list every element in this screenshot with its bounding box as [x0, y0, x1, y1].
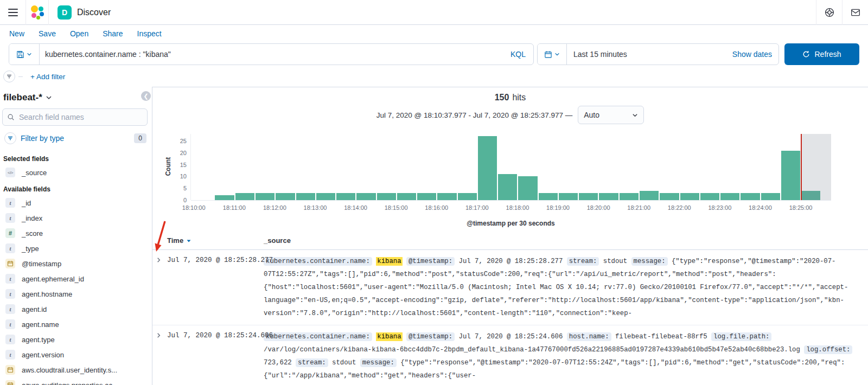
- row-source: kubernetes.container.name: kibana @times…: [264, 330, 857, 385]
- elastic-logo: [26, 0, 49, 25]
- doc-table-rows: Jul 7, 2020 @ 18:25:28.277kubernetes.con…: [152, 250, 868, 385]
- histogram-bar[interactable]: [276, 193, 295, 200]
- field-item-_type[interactable]: t_type: [2, 241, 148, 256]
- histogram-bar[interactable]: [256, 193, 275, 200]
- field-item-_index[interactable]: t_index: [2, 210, 148, 226]
- toolbar-link-share[interactable]: Share: [103, 29, 123, 38]
- histogram-bar[interactable]: [720, 193, 739, 200]
- y-tick: 20: [180, 150, 187, 156]
- histogram-bar[interactable]: [518, 176, 537, 200]
- refresh-button[interactable]: Refresh: [784, 43, 859, 65]
- histogram-bar[interactable]: [296, 193, 315, 200]
- histogram-bar[interactable]: [215, 195, 234, 200]
- filter-bar: + Add filter: [0, 65, 868, 87]
- query-input[interactable]: kubernetes.container.name : "kibana": [40, 44, 503, 65]
- x-tick: 18:25:00: [789, 204, 813, 211]
- index-pattern-switcher[interactable]: filebeat-*: [3, 92, 42, 103]
- results-panel: 150hits Jul 7, 2020 @ 18:10:37.977 - Jul…: [152, 87, 868, 385]
- search-icon: [7, 113, 15, 121]
- newsfeed-button[interactable]: [842, 0, 868, 25]
- toolbar-link-new[interactable]: New: [9, 29, 24, 38]
- field-item-agent.ephemeral_id[interactable]: tagent.ephemeral_id: [2, 271, 148, 286]
- string-field-icon: t: [5, 335, 15, 344]
- top-header: D Discover: [0, 0, 868, 25]
- field-item-_score[interactable]: #_score: [2, 226, 148, 241]
- histogram-bar[interactable]: [579, 193, 598, 200]
- string-field-icon: t: [5, 304, 15, 314]
- y-tick: 15: [180, 162, 187, 168]
- calendar-icon: [544, 50, 552, 59]
- histogram-bar[interactable]: [620, 193, 639, 200]
- histogram-bar[interactable]: [741, 193, 760, 200]
- histogram-bar[interactable]: [397, 193, 416, 200]
- date-picker-button[interactable]: [538, 44, 567, 65]
- field-search-input[interactable]: [19, 113, 127, 121]
- histogram-bar[interactable]: [437, 193, 456, 200]
- toolbar-link-save[interactable]: Save: [39, 29, 56, 38]
- histogram-bar[interactable]: [761, 193, 780, 200]
- field-item-agent.type[interactable]: tagent.type: [2, 332, 148, 347]
- help-button[interactable]: [816, 0, 842, 25]
- interval-select[interactable]: Auto: [578, 106, 644, 124]
- histogram-bar[interactable]: [680, 193, 699, 200]
- histogram-bar[interactable]: [377, 193, 396, 200]
- histogram-bar[interactable]: [356, 193, 375, 200]
- field-name-badge: @timestamp:: [406, 257, 455, 266]
- field-item-azure.auditlogs.properties.ac...[interactable]: azure.auditlogs.properties.ac...: [2, 377, 148, 385]
- expand-row-button[interactable]: [156, 332, 162, 340]
- x-tick: 18:14:00: [344, 204, 367, 211]
- histogram-bar[interactable]: [458, 193, 477, 200]
- field-item-agent.version[interactable]: tagent.version: [2, 347, 148, 362]
- histogram-bar[interactable]: [599, 193, 618, 200]
- chevron-down-icon: [632, 112, 638, 118]
- field-search-box[interactable]: [2, 108, 148, 126]
- field-item-@timestamp[interactable]: @timestamp: [2, 256, 148, 271]
- x-tick: 18:23:00: [708, 204, 731, 211]
- expand-row-button[interactable]: [156, 256, 162, 265]
- field-name: _source: [22, 169, 47, 177]
- y-tick: 5: [183, 185, 187, 191]
- add-filter-link[interactable]: + Add filter: [30, 73, 65, 81]
- histogram-bar[interactable]: [235, 193, 254, 200]
- collapse-sidebar-button[interactable]: ❮: [141, 91, 151, 101]
- histogram-bar[interactable]: [539, 193, 558, 200]
- histogram-bar[interactable]: [700, 193, 719, 200]
- histogram-bar[interactable]: [336, 193, 355, 200]
- toolbar-link-open[interactable]: Open: [70, 29, 88, 38]
- histogram-bar[interactable]: [498, 174, 517, 200]
- histogram-bar[interactable]: [316, 193, 335, 200]
- filter-by-type-link[interactable]: Filter by type: [21, 134, 130, 143]
- field-name-badge: message:: [631, 257, 668, 266]
- field-name-badge: log.file.path:: [711, 332, 771, 341]
- show-dates-link[interactable]: Show dates: [732, 50, 772, 59]
- histogram-bar[interactable]: [417, 193, 436, 200]
- field-item-agent.id[interactable]: tagent.id: [2, 301, 148, 317]
- x-tick: 18:10:00: [182, 204, 206, 211]
- toolbar-link-inspect[interactable]: Inspect: [137, 29, 162, 38]
- available-fields-heading: Available fields: [2, 180, 148, 195]
- field-item-_source[interactable]: </>_source: [2, 165, 148, 180]
- x-tick: 18:20:00: [587, 204, 610, 211]
- lifebuoy-icon: [825, 8, 834, 17]
- field-item-agent.name[interactable]: tagent.name: [2, 317, 148, 332]
- field-item-_id[interactable]: t_id: [2, 195, 148, 210]
- date-field-icon: [5, 365, 15, 375]
- filter-options-icon[interactable]: [3, 70, 15, 82]
- query-language-button[interactable]: KQL: [503, 44, 533, 65]
- y-tick: 10: [180, 173, 187, 179]
- histogram-bar[interactable]: [640, 191, 659, 200]
- field-item-aws.cloudtrail.user_identity.s...[interactable]: aws.cloudtrail.user_identity.s...: [2, 362, 148, 377]
- hamburger-menu-button[interactable]: [0, 0, 26, 25]
- saved-query-menu-button[interactable]: [9, 44, 40, 65]
- histogram-bar[interactable]: [781, 151, 800, 201]
- time-column-header[interactable]: Time: [167, 236, 192, 245]
- histogram-chart[interactable]: Count 0510152025: [190, 134, 831, 200]
- refresh-icon: [802, 50, 810, 58]
- histogram-bar[interactable]: [660, 193, 679, 200]
- time-range-display[interactable]: Last 15 minutes Show dates: [567, 44, 778, 65]
- histogram-bar[interactable]: [559, 193, 578, 200]
- histogram-bar[interactable]: [478, 136, 497, 200]
- field-item-agent.hostname[interactable]: tagent.hostname: [2, 286, 148, 301]
- field-name-badge: message:: [360, 358, 397, 367]
- content-region: filebeat-* ❮: [0, 87, 868, 385]
